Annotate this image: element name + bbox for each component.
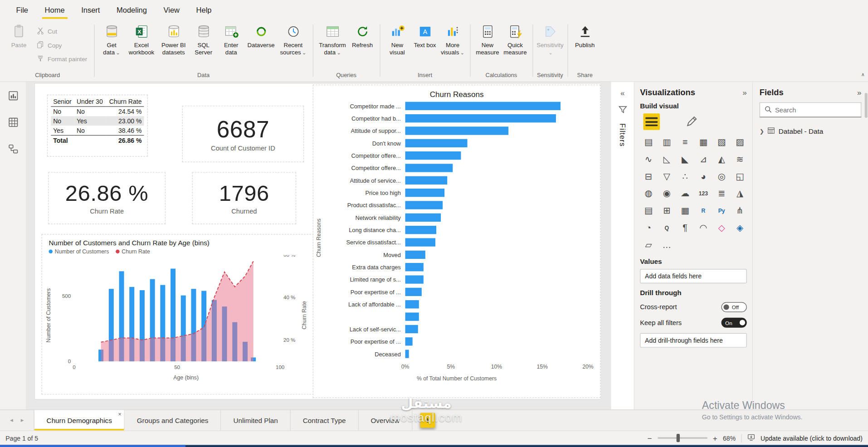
funnel-chart-icon[interactable]: ▽ [659,169,674,184]
fields-scrollbar[interactable] [865,93,868,118]
next-page-arrow[interactable]: ▸ [21,417,24,424]
fields-search[interactable] [760,102,862,117]
azure-map-icon[interactable]: ☁ [678,186,692,201]
qa-visual-icon[interactable]: Q [659,220,674,235]
publish-button[interactable]: Publish [571,20,599,50]
filled-map-icon[interactable]: ◉ [659,186,674,201]
slicer-icon[interactable]: ▱ [641,238,656,253]
zoom-slider-thumb[interactable] [677,434,680,442]
map-icon[interactable]: ◍ [641,186,656,201]
format-visual-tab[interactable] [685,114,698,129]
filters-pane-title[interactable]: Filters [619,123,627,147]
power-apps-icon[interactable]: ◇ [714,220,729,235]
customer-count-card[interactable]: 6687 Count of Customer ID [182,106,304,162]
sensitivity-button[interactable]: Sensitivity⌄ [536,20,564,57]
zoom-slider[interactable] [658,437,707,439]
recent-sources-button[interactable]: Recent sources⌄ [277,20,309,57]
page-tab-4[interactable]: Contract Type [291,410,359,431]
get-data-button[interactable]: Get data⌄ [98,20,125,57]
cut-button[interactable]: Cut [33,24,90,39]
more-visuals-button[interactable]: More visuals⌄ [439,20,466,57]
matrix-icon[interactable]: ▦ [678,203,692,218]
menu-tab-home[interactable]: Home [36,0,73,20]
text-box-button[interactable]: A Text box [411,20,439,50]
multi-row-card-icon[interactable]: ≣ [714,186,729,201]
ribbon-chart-icon[interactable]: ≋ [732,151,747,166]
values-field-well[interactable]: Add data fields here [640,269,747,283]
keep-all-filters-toggle[interactable]: On [722,318,747,328]
churn-reasons-bar-chart[interactable]: Churn Reasons Churn Reasons Competitor m… [313,85,601,398]
key-influencers-icon[interactable]: ◔ [641,220,656,235]
dataverse-button[interactable]: Dataverse [245,20,277,50]
clustered-bar-chart-icon[interactable]: ≡ [678,135,692,150]
search-input[interactable] [775,106,861,114]
paginated-report-icon[interactable]: ▤ [641,203,656,218]
sql-server-button[interactable]: SQL Server [190,20,217,57]
scatter-chart-icon[interactable]: ∴ [678,169,692,184]
line-clustered-column-chart-icon[interactable]: ◭ [714,151,729,166]
refresh-button[interactable]: Refresh [348,20,376,50]
menu-tab-view[interactable]: View [155,0,188,20]
stacked-bar-chart-icon[interactable]: ▤ [641,135,656,150]
prev-page-arrow[interactable]: ◂ [10,417,13,424]
report-canvas[interactable]: SeniorUnder 30Churn RateNoNo24.54 %NoYes… [27,82,611,410]
churn-rate-card[interactable]: 26.86 % Churn Rate [48,172,166,224]
python-visual-icon[interactable]: Py [714,203,729,218]
line-stacked-column-chart-icon[interactable]: ⊿ [696,151,711,166]
report-page[interactable]: SeniorUnder 30Churn RateNoNo24.54 %NoYes… [34,83,601,399]
100-stacked-column-chart-icon[interactable]: ▨ [732,135,747,150]
quick-measure-button[interactable]: Quick measure [501,20,529,57]
expand-filters-icon[interactable]: « [620,88,625,97]
metrics-icon[interactable]: ◠ [696,220,711,235]
ribbon-collapse-button[interactable]: ∧ [861,72,865,78]
menu-tab-insert[interactable]: Insert [73,0,108,20]
card-icon[interactable]: 123 [696,186,711,201]
collapse-visualizations-icon[interactable]: » [742,87,747,97]
excel-workbook-button[interactable]: X Excel workbook [126,20,158,57]
stacked-column-chart-icon[interactable]: ▥ [659,135,674,150]
menu-tab-help[interactable]: Help [188,0,220,20]
100-stacked-bar-chart-icon[interactable]: ▧ [714,135,729,150]
clustered-column-chart-icon[interactable]: ▦ [696,135,711,150]
treemap-icon[interactable]: ◱ [732,169,747,184]
power-automate-icon[interactable]: ◈ [732,220,747,235]
more-visuals-options-icon[interactable]: … [659,238,674,253]
table-icon[interactable]: ⊞ [659,203,674,218]
cross-report-toggle[interactable]: Off [722,302,747,312]
kpi-icon[interactable]: ◮ [732,186,747,201]
new-page-button[interactable]: + [420,413,435,428]
close-page-icon[interactable]: × [118,411,121,417]
copy-button[interactable]: Copy [33,38,90,52]
zoom-out-button[interactable]: − [648,433,652,442]
power-bi-datasets-button[interactable]: Power BI datasets [157,20,190,57]
report-view-button[interactable] [7,90,19,102]
menu-tab-file[interactable]: File [8,0,36,20]
zoom-level[interactable]: 68% [723,435,736,442]
new-measure-button[interactable]: New measure [473,20,501,57]
model-view-button[interactable] [7,143,19,155]
build-visual-tab-selected[interactable] [643,113,660,130]
churned-card[interactable]: 1796 Churned [192,172,296,224]
page-tab-1[interactable]: Churn Demographics× [34,410,125,431]
waterfall-chart-icon[interactable]: ⊟ [641,169,656,184]
enter-data-button[interactable]: Enter data [217,20,245,57]
decomposition-tree-icon[interactable]: ⋔ [732,203,747,218]
page-tab-2[interactable]: Groups and Categories [125,410,221,431]
area-chart-icon[interactable]: ◺ [659,151,674,166]
data-view-button[interactable] [7,116,19,128]
new-visual-button[interactable]: New visual [383,20,411,57]
collapse-fields-icon[interactable]: » [857,87,862,97]
smart-narrative-icon[interactable]: ¶ [678,220,692,235]
field-table-databel[interactable]: ❯ Databel - Data [760,125,862,138]
matrix-row[interactable]: YesNo38.46 % [51,126,144,135]
zoom-in-button[interactable]: + [713,433,717,442]
menu-tab-modeling[interactable]: Modeling [108,0,156,20]
donut-chart-icon[interactable]: ◎ [714,169,729,184]
page-tab-3[interactable]: Unlimited Plan [221,410,291,431]
drill-through-field-well[interactable]: Add drill-through fields here [640,333,747,348]
page-tab-5[interactable]: Overview [359,410,413,431]
matrix-row[interactable]: NoNo24.54 % [51,107,144,116]
r-script-visual-icon[interactable]: R [696,203,711,218]
matrix-row[interactable]: NoYes23.00 % [51,116,144,126]
customers-churn-by-age-combo-chart[interactable]: Number of Customers and Churn Rate by Ag… [42,234,314,394]
